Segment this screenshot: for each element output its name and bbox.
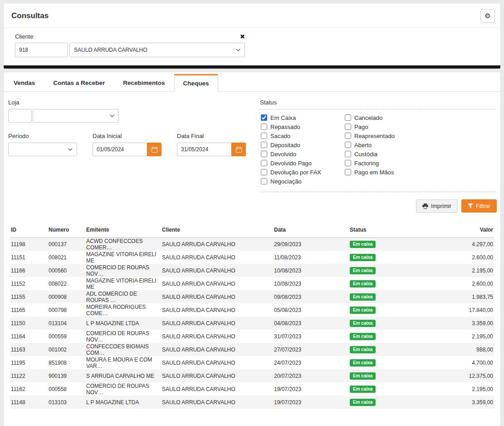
table-row[interactable]: 11148013103L P MAGAZINE LTDASAULO ARRUDA… — [10, 396, 494, 409]
table-row[interactable]: 11155000908ADL COMERCIO DE ROUPAS …SAULO… — [10, 290, 494, 303]
checkbox-devolucao-por-fax[interactable] — [261, 169, 267, 175]
cell-data: 09/08/2023 — [273, 290, 349, 303]
tab-vendas[interactable]: Vendas — [5, 74, 44, 91]
status-option-reapresentado[interactable]: Reapresentado — [345, 131, 395, 140]
status-filter: Status Em CaixaRepassadoSacadoDepositado… — [260, 99, 496, 192]
close-icon[interactable]: ✖ — [240, 34, 245, 40]
checkbox-aberto[interactable] — [345, 142, 351, 148]
data-final-calendar-button[interactable] — [231, 143, 246, 156]
cell-cliente: SAULO ARRUDA CARVALHO — [161, 396, 273, 409]
table-row[interactable]: 11164000559COMERCIO DE ROUPAS NOV…SAULO … — [10, 330, 494, 343]
cell-status: Em caixa — [349, 343, 440, 356]
tab-contas-a-receber[interactable]: Contas a Receber — [44, 74, 114, 91]
table-row[interactable]: 11163001002CONFECCOES BIGMAIS COM…SAULO … — [10, 343, 494, 356]
table-row[interactable]: 11166000560COMERCIO DE ROUPAS NOV…SAULO … — [10, 264, 494, 277]
checkbox-cancelado[interactable] — [345, 114, 351, 121]
table-row[interactable]: 11150013104L P MAGAZINE LTDASAULO ARRUDA… — [10, 317, 494, 330]
cell-cliente: SAULO ARRUDA CARVALHO — [161, 238, 273, 251]
settings-button[interactable]: ⚙ — [480, 9, 495, 23]
data-inicial-label: Data Inicial — [93, 133, 161, 139]
periodo-select[interactable] — [8, 143, 77, 156]
loja-code-input[interactable] — [8, 109, 32, 123]
checkbox-depositado[interactable] — [261, 142, 267, 148]
status-label: Status — [260, 99, 496, 106]
filters-section: Loja Período — [4, 92, 500, 192]
status-option-negociacao[interactable]: Negociação — [261, 177, 345, 186]
checkbox-pago[interactable] — [345, 124, 351, 130]
status-option-repassado[interactable]: Repassado — [261, 122, 345, 131]
cell-id: 11150 — [10, 317, 48, 330]
cell-data: 04/08/2023 — [273, 317, 349, 330]
column-header-cliente: Cliente — [161, 223, 273, 238]
status-option-depositado[interactable]: Depositado — [261, 140, 345, 149]
cliente-code-input[interactable] — [15, 43, 68, 57]
checkbox-pago-em-maos[interactable] — [345, 169, 351, 175]
cell-valor: 17.840,00 — [440, 303, 494, 317]
table-row[interactable]: 11152008022MAGAZINE VITORIA EIRELI MESAU… — [10, 277, 494, 290]
status-badge: Em caixa — [350, 386, 376, 393]
cell-data: 19/07/2023 — [273, 396, 349, 409]
status-option-label: Devolução por FAX — [270, 169, 321, 176]
status-option-factoring[interactable]: Factoring — [345, 159, 395, 168]
tab-cheques[interactable]: Cheques — [174, 74, 218, 92]
status-option-label: Aberto — [354, 142, 372, 149]
status-option-aberto[interactable]: Aberto — [345, 140, 395, 149]
cell-numero: 900139 — [48, 369, 85, 382]
gear-icon: ⚙ — [484, 12, 490, 20]
checkbox-repassado[interactable] — [261, 124, 267, 130]
column-header-data: Data — [273, 223, 349, 238]
consultas-panel: Consultas ⚙ Cliente ✖ SAULO ARRUDA CARVA… — [4, 4, 500, 65]
loja-select[interactable] — [33, 109, 119, 123]
checkbox-negociacao[interactable] — [261, 178, 267, 184]
cliente-select[interactable]: SAULO ARRUDA CARVALHO — [69, 43, 245, 57]
checkbox-devolvido-pago[interactable] — [261, 160, 267, 166]
status-col2: CanceladoPagoReapresentadoAbertoCustódia… — [345, 113, 395, 186]
cell-id: 11166 — [10, 264, 48, 277]
status-option-devolucao-por-fax[interactable]: Devolução por FAX — [261, 168, 345, 177]
cell-cliente: SAULO ARRUDA CARVALHO — [161, 317, 273, 330]
cell-data: 20/07/2023 — [273, 369, 349, 382]
cell-numero: 000137 — [48, 238, 85, 251]
column-header-numero: Número — [48, 223, 85, 238]
filtrar-label: Filtrar — [476, 203, 490, 209]
status-option-cancelado[interactable]: Cancelado — [345, 113, 395, 122]
data-final-input[interactable] — [177, 143, 231, 156]
status-option-devolvido-pago[interactable]: Devolvido Pago — [261, 159, 345, 168]
data-inicial-input[interactable] — [93, 143, 147, 156]
checkbox-devolvido[interactable] — [261, 151, 267, 157]
data-inicial-field: Data Inicial — [93, 133, 161, 156]
cell-numero: 000559 — [48, 330, 85, 343]
checkbox-sacado[interactable] — [261, 133, 267, 139]
cell-numero: 013104 — [48, 317, 85, 330]
data-inicial-calendar-button[interactable] — [147, 143, 161, 156]
cell-emitente: MOURA E MOURA E COM VAR… — [85, 356, 161, 369]
table-row[interactable]: 11198000137ACWD CONFECCOES COMER…SAULO A… — [10, 238, 494, 251]
tab-recebimentos[interactable]: Recebimentos — [114, 74, 174, 91]
table-row[interactable]: 11122900139S ARRUDA CARVALHO MESAULO ARR… — [10, 369, 494, 382]
imprimir-button[interactable]: Imprimir — [416, 199, 458, 213]
status-option-pago[interactable]: Pago — [345, 122, 395, 131]
table-row[interactable]: 11165000798MOREIRA RODRIGUES COME…SAULO … — [10, 303, 494, 317]
status-badge: Em caixa — [350, 399, 376, 406]
chevron-down-icon — [236, 49, 240, 51]
checkbox-factoring[interactable] — [345, 160, 351, 166]
table-row[interactable]: 11162000558COMERCIO DE ROUPAS NOV…SAULO … — [10, 382, 494, 396]
status-option-pago-em-maos[interactable]: Pago em Mãos — [345, 168, 395, 177]
cell-status: Em caixa — [349, 396, 440, 409]
status-option-em-caixa[interactable]: Em Caixa — [261, 113, 345, 122]
cell-id: 11163 — [10, 343, 48, 356]
filtrar-button[interactable]: Filtrar — [461, 199, 497, 213]
table-row[interactable]: 11151008021MAGAZINE VITORIA EIRELI MESAU… — [10, 251, 494, 264]
cell-status: Em caixa — [349, 264, 440, 277]
status-option-custodia[interactable]: Custódia — [345, 149, 395, 159]
status-option-sacado[interactable]: Sacado — [261, 131, 345, 140]
status-col1: Em CaixaRepassadoSacadoDepositadoDevolvi… — [261, 113, 345, 186]
cell-id: 11152 — [10, 277, 48, 290]
cell-cliente: SAULO ARRUDA CARVALHO — [161, 369, 273, 382]
status-option-devolvido[interactable]: Devolvido — [261, 149, 345, 159]
column-header-emitente: Emitente — [85, 223, 161, 238]
checkbox-reapresentado[interactable] — [345, 133, 351, 139]
table-row[interactable]: 11195851908MOURA E MOURA E COM VAR…SAULO… — [10, 356, 494, 369]
checkbox-em-caixa[interactable] — [261, 114, 267, 121]
checkbox-custodia[interactable] — [345, 151, 351, 157]
